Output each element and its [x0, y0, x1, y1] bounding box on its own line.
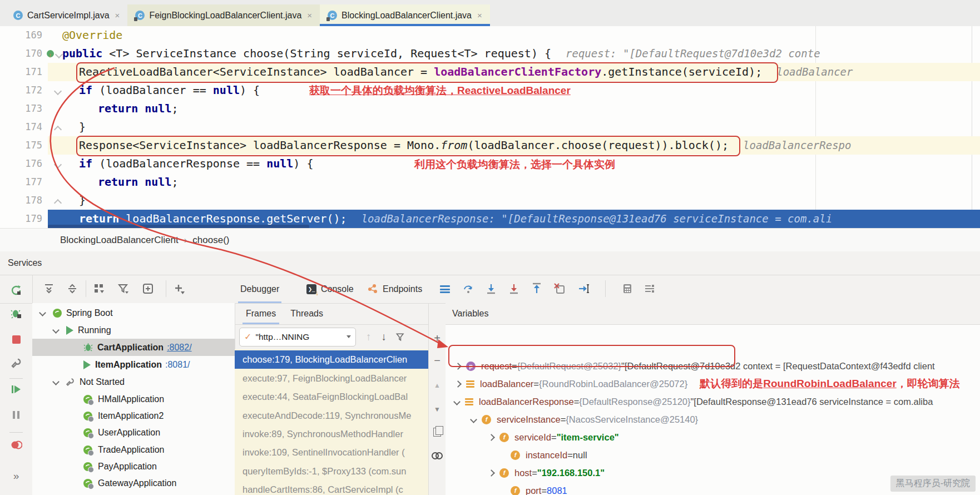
scroll-up-icon[interactable]: ▲: [431, 379, 443, 392]
stop-icon[interactable]: [9, 333, 23, 346]
run-to-cursor-icon[interactable]: [577, 282, 591, 295]
group-by-icon[interactable]: [92, 282, 106, 295]
thread-selector-dropdown[interactable]: ✓ "http…NNING: [239, 328, 356, 346]
breadcrumb-class[interactable]: BlockingLoadBalancerClient: [60, 235, 179, 246]
line-number[interactable]: 171: [0, 63, 42, 81]
step-out-icon[interactable]: [530, 282, 543, 295]
chevron-right-icon[interactable]: [488, 469, 495, 477]
tab-threads[interactable]: Threads: [287, 303, 326, 324]
tab-cartserviceimpl[interactable]: C CartServiceImpl.java ×: [6, 4, 127, 26]
frame-row[interactable]: invoke:89, SynchronousMethodHandler: [235, 425, 428, 443]
evaluate-expression-icon[interactable]: [621, 282, 634, 295]
close-icon[interactable]: ×: [307, 11, 312, 20]
code-line-171[interactable]: 171 ReactiveLoadBalancer<ServiceInstance…: [0, 63, 980, 81]
close-icon[interactable]: ×: [115, 11, 120, 20]
tree-node-spring-boot[interactable]: Spring Boot: [32, 304, 235, 321]
more-options-icon[interactable]: [438, 283, 452, 296]
line-number[interactable]: 177: [0, 173, 42, 191]
scroll-down-icon[interactable]: ▼: [431, 403, 443, 415]
tree-node-hmallapplication[interactable]: HMallApplication: [32, 390, 235, 408]
variable-row-loadbalancerresponse[interactable]: loadBalancerResponse = {DefaultResponse@…: [446, 393, 980, 410]
port-link[interactable]: :8082/: [167, 343, 191, 353]
frame-row[interactable]: queryItemByIds:-1, $Proxy133 (com.sun: [235, 462, 428, 481]
code-line-173[interactable]: 173 return null;: [0, 100, 980, 118]
frame-row[interactable]: executeAndDecode:119, SynchronousMe: [235, 407, 428, 425]
line-number[interactable]: 169: [0, 26, 42, 44]
code-line-177[interactable]: 177 return null;: [0, 173, 980, 191]
chevron-down-icon[interactable]: [39, 309, 46, 316]
frame-row[interactable]: execute:44, SeataFeignBlockingLoadBal: [235, 388, 428, 406]
variable-row-serviceid[interactable]: f serviceId = "item-service": [446, 428, 980, 446]
line-number[interactable]: 174: [0, 118, 42, 136]
code-line-174[interactable]: 174 }: [0, 118, 980, 136]
collapse-all-icon[interactable]: [66, 282, 79, 295]
add-icon[interactable]: [172, 282, 186, 295]
line-number[interactable]: 175: [0, 136, 42, 155]
tree-node-tradeapplication[interactable]: TradeApplication: [32, 441, 235, 458]
tree-node-not-started[interactable]: Not Started: [32, 373, 235, 390]
line-number[interactable]: 176: [0, 155, 42, 173]
tab-console[interactable]: ❯_ Console: [306, 275, 354, 303]
tree-node-running[interactable]: Running: [32, 321, 235, 339]
layout-settings-icon[interactable]: [643, 282, 656, 295]
variable-row-request[interactable]: p request = {DefaultRequest@25032} "[Def…: [446, 357, 980, 375]
line-number[interactable]: 178: [0, 191, 42, 210]
chevron-down-icon[interactable]: [470, 416, 477, 423]
tab-debugger[interactable]: Debugger: [240, 275, 279, 303]
line-number[interactable]: 172: [0, 81, 42, 100]
add-watch-icon[interactable]: +: [431, 332, 443, 344]
show-watches-glasses-icon[interactable]: [431, 449, 443, 461]
code-line-178[interactable]: 178 }: [0, 191, 980, 210]
expand-all-icon[interactable]: [42, 282, 56, 295]
override-marker-icon[interactable]: [47, 50, 54, 57]
pause-program-icon[interactable]: [9, 408, 23, 422]
remove-watch-icon[interactable]: −: [431, 354, 443, 367]
tab-frames[interactable]: Frames: [242, 303, 279, 324]
rerun-icon[interactable]: [9, 284, 23, 297]
build-settings-icon[interactable]: [9, 357, 23, 370]
drop-frame-icon[interactable]: [553, 282, 566, 295]
tree-node-itemapplication2[interactable]: ItemApplication2: [32, 407, 235, 424]
chevron-down-icon[interactable]: [52, 326, 60, 334]
tab-blockingloadbalancerclient-active[interactable]: C BlockingLoadBalancerClient.java ×: [320, 4, 490, 26]
add-service-icon[interactable]: [141, 282, 155, 295]
chevron-right-icon[interactable]: [454, 363, 462, 370]
variable-row-serviceinstance[interactable]: f serviceInstance = {NacosServiceInstanc…: [446, 410, 980, 428]
tree-node-payapplication[interactable]: PayApplication: [32, 458, 235, 475]
force-step-into-icon[interactable]: [507, 282, 521, 295]
tree-node-gatewayapplication[interactable]: GatewayApplication: [32, 474, 235, 492]
more-tools-icon[interactable]: »: [9, 469, 23, 483]
code-editor[interactable]: 169 @Override 170 public <T> ServiceInst…: [0, 26, 980, 228]
tree-node-userapplication[interactable]: UserApplication: [32, 424, 235, 441]
line-number[interactable]: 173: [0, 100, 42, 118]
variable-row-instanceid[interactable]: f instanceId = null: [446, 446, 980, 464]
chevron-right-icon[interactable]: [454, 380, 462, 388]
port-link[interactable]: :8081/: [165, 360, 190, 370]
code-line-170[interactable]: 170 public <T> ServiceInstance choose(St…: [0, 44, 980, 63]
tree-node-cartapplication[interactable]: CartApplication :8082/: [32, 339, 235, 356]
resume-program-icon[interactable]: [9, 383, 23, 396]
chevron-down-icon[interactable]: [453, 398, 461, 405]
frame-row[interactable]: choose:179, BlockingLoadBalancerClien: [235, 350, 428, 369]
view-breakpoints-icon[interactable]: [9, 438, 23, 452]
line-number[interactable]: 179: [0, 210, 42, 228]
step-over-icon[interactable]: [462, 282, 475, 295]
chevron-right-icon[interactable]: [488, 434, 495, 441]
tab-feignblockingloadbalancerclient[interactable]: C FeignBlockingLoadBalancerClient.java ×: [127, 4, 320, 26]
breadcrumb-method[interactable]: choose(): [192, 235, 229, 246]
frame-row[interactable]: handleCartItems:86, CartServiceImpl (c: [235, 481, 428, 495]
code-line-169[interactable]: 169 @Override: [0, 26, 980, 44]
code-line-175[interactable]: 175 Response<ServiceInstance> loadBalanc…: [0, 136, 980, 155]
chevron-down-icon[interactable]: [52, 378, 60, 385]
tree-node-itemapplication[interactable]: ItemApplication :8081/: [32, 356, 235, 373]
filter-icon[interactable]: [117, 282, 130, 295]
line-number[interactable]: 170: [0, 44, 42, 63]
frame-row[interactable]: invoke:109, SentinelInvocationHandler (: [235, 443, 428, 462]
duplicate-icon[interactable]: [431, 426, 443, 438]
tab-endpoints[interactable]: Endpoints: [367, 275, 422, 303]
step-into-icon[interactable]: [484, 282, 498, 295]
rerun-debug-icon[interactable]: [9, 306, 23, 320]
prev-frame-icon[interactable]: ↑: [366, 331, 372, 343]
next-frame-icon[interactable]: ↓: [382, 331, 387, 343]
frame-row[interactable]: execute:97, FeignBlockingLoadBalancer: [235, 369, 428, 388]
